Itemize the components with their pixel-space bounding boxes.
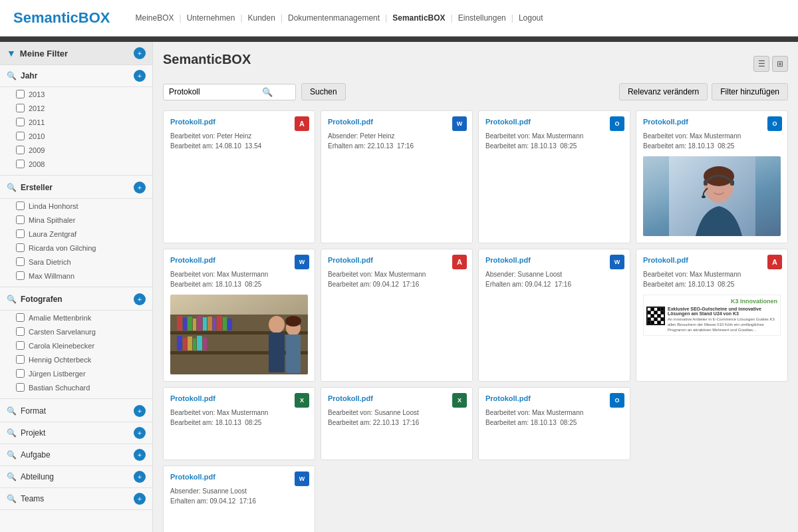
doc-card-12[interactable]: W Protokoll.pdf Absender: Susanne LoostE… xyxy=(163,466,315,532)
doc-card-7[interactable]: W Protokoll.pdf Absender: Susanne LoostE… xyxy=(478,249,630,382)
list-view-button[interactable]: ☰ xyxy=(753,56,769,72)
abteilung-label: Abteilung xyxy=(21,472,54,481)
ersteller-add-button[interactable]: + xyxy=(134,182,146,194)
logo-text2: BOX xyxy=(78,9,110,26)
doc-meta-5: Bearbeitet von: Max MustermannBearbeitet… xyxy=(170,269,308,289)
svg-rect-21 xyxy=(227,319,232,331)
pdf-icon-1: A xyxy=(295,116,309,131)
svg-rect-15 xyxy=(197,316,202,331)
search-input[interactable] xyxy=(169,87,262,96)
relevance-button[interactable]: Relevanz verändern xyxy=(619,83,708,100)
doc-card-4[interactable]: O Protokoll.pdf Bearbeitet von: Max Must… xyxy=(636,110,788,243)
svg-rect-19 xyxy=(217,316,222,331)
doc-card-10[interactable]: X Protokoll.pdf Bearbeitet von: Susanne … xyxy=(321,387,473,460)
aufgabe-section[interactable]: 🔍 Aufgabe + xyxy=(0,444,152,466)
ersteller-items: Linda Honhorst Mina Spithaler Laura Zent… xyxy=(0,199,152,287)
nav-dokumentenmanagement[interactable]: Dokumentenmanagement xyxy=(283,13,385,23)
svg-rect-12 xyxy=(183,318,187,331)
year-label: Jahr xyxy=(21,71,37,80)
doc-title-3: Protokoll.pdf xyxy=(485,118,606,126)
search-input-wrap: 🔍 xyxy=(163,84,296,100)
svg-rect-6 xyxy=(702,196,706,198)
doc-card-8[interactable]: A Protokoll.pdf Bearbeitet von: Max Must… xyxy=(636,249,788,382)
logo: SemanticBOX xyxy=(13,9,110,27)
sidebar: ▼ Meine Filter + 🔍 Jahr + 2013 2012 2011… xyxy=(0,42,153,532)
year-2013: 2013 xyxy=(0,87,152,101)
add-filter-button[interactable]: Filter hinzufügen xyxy=(712,83,788,100)
teams-search-icon: 🔍 xyxy=(7,494,17,503)
format-section[interactable]: 🔍 Format + xyxy=(0,400,152,422)
projekt-add-button[interactable]: + xyxy=(134,427,146,439)
aufgabe-label: Aufgabe xyxy=(21,450,51,460)
aufgabe-add-button[interactable]: + xyxy=(134,449,146,461)
doc-meta-10: Bearbeitet von: Susanne LoostBearbeitet … xyxy=(328,408,466,428)
doc-card-3[interactable]: O Protokoll.pdf Bearbeitet von: Max Must… xyxy=(478,110,630,243)
doc-card-6[interactable]: A Protokoll.pdf Bearbeitet von: Max Must… xyxy=(321,249,473,382)
svg-rect-29 xyxy=(188,336,192,350)
teams-add-button[interactable]: + xyxy=(134,493,146,505)
document-grid: A Protokoll.pdf Bearbeitet von: Peter He… xyxy=(163,110,788,532)
year-section-header[interactable]: 🔍 Jahr + xyxy=(0,65,152,87)
svg-rect-32 xyxy=(203,337,207,350)
grid-view-button[interactable]: ⊞ xyxy=(772,56,788,72)
pdf-icon-6: A xyxy=(452,255,467,269)
doc-title-2: Protokoll.pdf xyxy=(328,118,448,126)
main-nav: MeineBOX | Unternehmen | Kunden | Dokume… xyxy=(130,13,549,23)
doc-meta-1: Bearbeitet von: Peter HeinzBearbeitet am… xyxy=(170,131,308,151)
year-add-button[interactable]: + xyxy=(134,70,146,82)
fotografen-label: Fotografen xyxy=(21,295,63,304)
svg-rect-28 xyxy=(183,338,187,350)
svg-rect-13 xyxy=(188,317,192,331)
page-title: SemanticBOX xyxy=(163,52,251,67)
doc-meta-3: Bearbeitet von: Max MustermannBearbeitet… xyxy=(485,131,623,151)
nav-einstellungen[interactable]: Einstellungen xyxy=(453,13,511,23)
doc-card-9[interactable]: X Protokoll.pdf Bearbeitet von: Max Must… xyxy=(163,387,315,460)
outlook-icon-4: O xyxy=(767,116,782,131)
main-content: SemanticBOX ☰ ⊞ 🔍 Suchen Relevanz veränd… xyxy=(153,42,798,532)
fotografen-add-button[interactable]: + xyxy=(134,293,146,305)
ersteller-section-header[interactable]: 🔍 Ersteller + xyxy=(0,177,152,199)
svg-rect-14 xyxy=(193,319,196,331)
abteilung-add-button[interactable]: + xyxy=(134,471,146,483)
doc-meta-2: Absender: Peter HeinzErhalten am: 22.10.… xyxy=(328,131,466,151)
dark-bar xyxy=(0,37,798,42)
filter-icon: ▼ xyxy=(7,48,16,59)
doc-card-11[interactable]: O Protokoll.pdf Bearbeitet von: Max Must… xyxy=(478,387,630,460)
doc-title-9: Protokoll.pdf xyxy=(170,394,291,402)
fotografen-section-header[interactable]: 🔍 Fotografen + xyxy=(0,289,152,311)
teams-section[interactable]: 🔍 Teams + xyxy=(0,488,152,510)
nav-kunden[interactable]: Kunden xyxy=(243,13,281,23)
doc-card-1[interactable]: A Protokoll.pdf Bearbeitet von: Peter He… xyxy=(163,110,315,243)
format-add-button[interactable]: + xyxy=(134,405,146,417)
nav-logout[interactable]: Logout xyxy=(513,13,549,23)
doc-card-5[interactable]: W Protokoll.pdf Bearbeitet von: Max Must… xyxy=(163,249,315,382)
top-nav: SemanticBOX MeineBOX | Unternehmen | Kun… xyxy=(0,0,798,37)
fotografen-section: 🔍 Fotografen + Amalie Mettenbrink Carste… xyxy=(0,289,152,399)
search-button[interactable]: Suchen xyxy=(301,83,346,100)
doc-title-1: Protokoll.pdf xyxy=(170,118,291,126)
projekt-search-icon: 🔍 xyxy=(7,428,17,438)
projekt-section[interactable]: 🔍 Projekt + xyxy=(0,422,152,444)
doc-meta-6: Bearbeitet von: Max MustermannBearbeitet… xyxy=(328,269,466,289)
doc-meta-7: Absender: Susanne LoostErhalten am: 09.0… xyxy=(485,269,623,289)
year-2011: 2011 xyxy=(0,115,152,129)
ersteller-label: Ersteller xyxy=(21,183,53,192)
doc-title-12: Protokoll.pdf xyxy=(170,473,291,481)
abteilung-section[interactable]: 🔍 Abteilung + xyxy=(0,466,152,488)
doc-title-6: Protokoll.pdf xyxy=(328,256,448,264)
word-icon-12: W xyxy=(295,471,309,486)
nav-semanticbox[interactable]: SemanticBOX xyxy=(387,13,450,23)
year-2009: 2009 xyxy=(0,143,152,157)
abteilung-search-icon: 🔍 xyxy=(7,472,17,481)
svg-rect-5 xyxy=(730,180,734,186)
add-filter-button[interactable]: + xyxy=(134,47,146,59)
word-icon-7: W xyxy=(610,255,624,269)
doc-card-2[interactable]: W Protokoll.pdf Absender: Peter HeinzErh… xyxy=(321,110,473,243)
doc-meta-11: Bearbeitet von: Max MustermannBearbeitet… xyxy=(485,408,623,428)
nav-meinebox[interactable]: MeineBOX xyxy=(130,13,180,23)
svg-rect-16 xyxy=(203,317,207,331)
main-layout: ▼ Meine Filter + 🔍 Jahr + 2013 2012 2011… xyxy=(0,42,798,532)
outlook-icon-3: O xyxy=(610,116,624,131)
nav-unternehmen[interactable]: Unternehmen xyxy=(182,13,241,23)
doc-title-11: Protokoll.pdf xyxy=(485,394,606,402)
